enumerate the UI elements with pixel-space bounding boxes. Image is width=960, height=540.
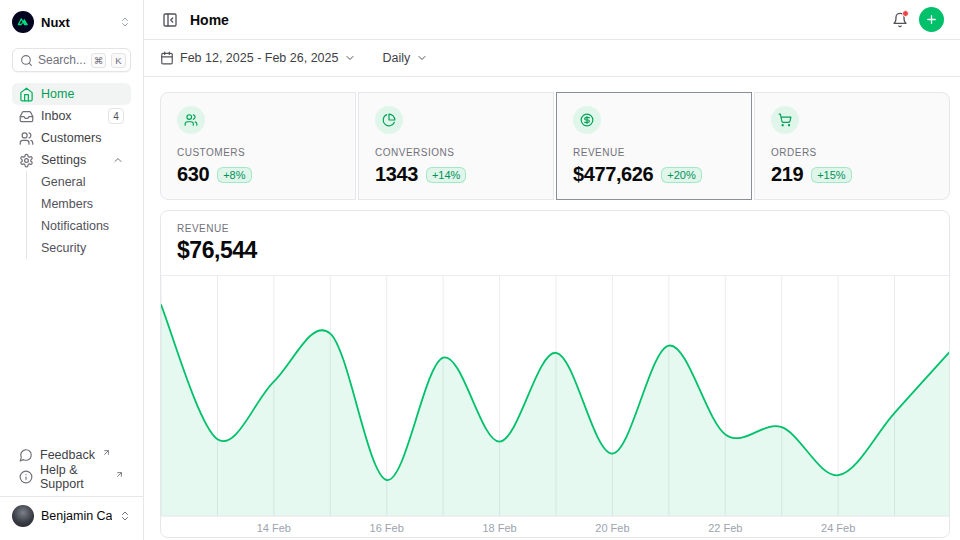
stat-value: 219 [771,163,803,186]
users-icon [19,131,34,146]
delta-badge: +20% [661,167,701,183]
users-icon [177,106,205,134]
chevron-down-icon [344,52,356,64]
help-support-link[interactable]: Help & Support [12,466,131,488]
chart-title: REVENUE [177,223,933,234]
sidebar-item-security[interactable]: Security [37,237,131,259]
chevrons-up-down-icon [119,510,131,522]
sidebar-item-notifications[interactable]: Notifications [37,215,131,237]
nuxt-logo-icon [12,11,34,33]
stat-value: 1343 [375,163,418,186]
kbd-cmd: ⌘ [91,53,106,68]
svg-text:18 Feb: 18 Feb [482,522,516,534]
filters-toolbar: Feb 12, 2025 - Feb 26, 2025 Daily [144,40,960,77]
sidebar-nav: Home Inbox 4 Customers Settings Genera [12,83,131,259]
inbox-icon [19,109,34,124]
sidebar-item-general[interactable]: General [37,171,131,193]
revenue-area-chart[interactable]: 14 Feb16 Feb18 Feb20 Feb22 Feb24 Feb [161,276,950,538]
settings-children: General Members Notifications Security [26,171,131,259]
chart-plot: 14 Feb16 Feb18 Feb20 Feb22 Feb24 Feb [161,275,949,538]
pie-chart-icon [375,106,403,134]
notification-dot [902,10,909,17]
page-title: Home [190,12,229,28]
stat-card-conversions[interactable]: CONVERSIONS 1343 +14% [358,92,554,200]
stat-value: $477,626 [573,163,653,186]
stat-value: 630 [177,163,209,186]
notifications-button[interactable] [887,7,913,33]
sidebar-footer: Feedback Help & Support Benjamin Canac [12,444,131,528]
add-button[interactable] [919,7,944,32]
svg-text:20 Feb: 20 Feb [595,522,629,534]
sidebar-item-customers[interactable]: Customers [12,127,131,149]
kbd-k: K [111,53,126,68]
stat-label: REVENUE [573,147,735,158]
calendar-icon [160,51,174,65]
chevron-down-icon [416,52,428,64]
sidebar-item-home[interactable]: Home [12,83,131,105]
stats-row: CUSTOMERS 630 +8% CONVERSIONS 1343 +14% [160,92,950,197]
content: CUSTOMERS 630 +8% CONVERSIONS 1343 +14% [144,77,960,540]
top-header: Home [144,0,960,40]
user-name: Benjamin Canac [41,509,112,523]
sidebar-item-members[interactable]: Members [37,193,131,215]
panel-collapse-icon[interactable] [160,10,180,30]
workspace-name: Nuxt [41,15,112,30]
workspace-switcher[interactable]: Nuxt [12,10,131,34]
delta-badge: +14% [426,167,466,183]
sidebar: Nuxt Search... ⌘ K Home Inbox 4 [0,0,144,540]
gear-icon [19,153,34,168]
stat-label: ORDERS [771,147,933,158]
stat-card-customers[interactable]: CUSTOMERS 630 +8% [160,92,356,200]
delta-badge: +8% [217,167,251,183]
date-range-value: Feb 12, 2025 - Feb 26, 2025 [180,51,338,65]
dollar-circle-icon [573,106,601,134]
svg-text:16 Feb: 16 Feb [370,522,404,534]
stat-label: CONVERSIONS [375,147,537,158]
avatar [12,505,34,527]
revenue-chart-card: REVENUE $76,544 14 Feb16 Feb18 Feb20 Feb… [160,210,950,538]
arrow-up-right-icon [115,470,124,479]
chevron-up-icon [112,154,124,166]
search-input[interactable]: Search... ⌘ K [12,48,131,72]
chevrons-up-down-icon [119,16,131,28]
cart-icon [771,106,799,134]
sidebar-item-settings[interactable]: Settings [12,149,131,171]
chart-header: REVENUE $76,544 [161,211,949,275]
search-icon [20,54,33,67]
inbox-count-badge: 4 [108,108,124,124]
granularity-value: Daily [382,51,410,65]
granularity-select[interactable]: Daily [382,51,428,65]
main-area: Home Feb 12, 2025 - Feb 26, 2025 Daily [144,0,960,540]
plus-icon [925,13,938,26]
svg-text:14 Feb: 14 Feb [257,522,291,534]
sidebar-item-inbox[interactable]: Inbox 4 [12,105,131,127]
stat-card-orders[interactable]: ORDERS 219 +15% [754,92,950,200]
info-circle-icon [19,470,33,484]
home-icon [19,87,34,102]
stat-label: CUSTOMERS [177,147,339,158]
chart-total: $76,544 [177,237,933,264]
date-range-picker[interactable]: Feb 12, 2025 - Feb 26, 2025 [160,51,356,65]
arrow-up-right-icon [102,448,111,457]
chat-bubble-icon [19,448,33,462]
sidebar-divider [0,496,143,497]
user-menu[interactable]: Benjamin Canac [12,504,131,528]
stat-card-revenue[interactable]: REVENUE $477,626 +20% [556,92,752,200]
svg-text:24 Feb: 24 Feb [821,522,855,534]
delta-badge: +15% [811,167,851,183]
svg-text:22 Feb: 22 Feb [708,522,742,534]
search-placeholder: Search... [38,53,86,67]
